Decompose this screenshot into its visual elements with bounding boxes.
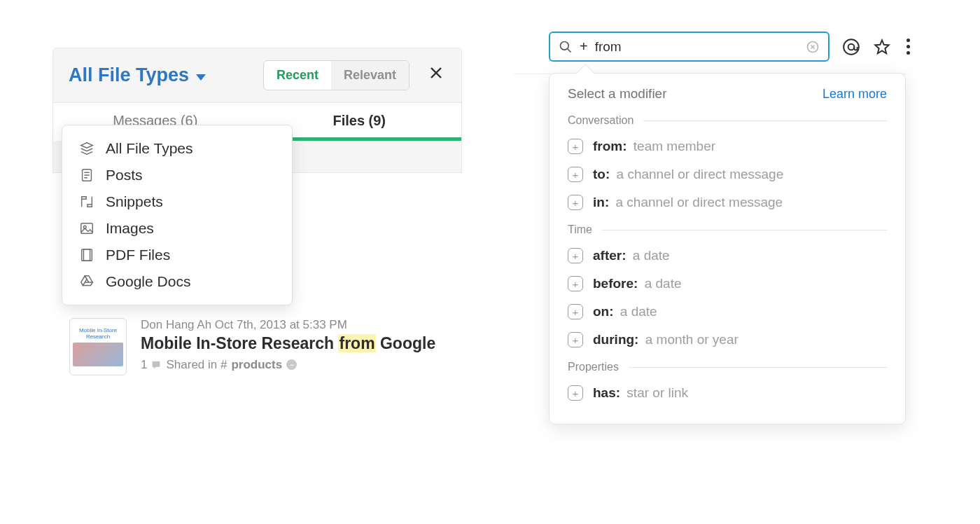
svg-point-5 bbox=[561, 41, 569, 50]
modifier-section: Conversation+from: team member+to: a cha… bbox=[568, 114, 887, 216]
plus-box-icon: + bbox=[568, 248, 583, 263]
comment-count: 1 bbox=[141, 358, 162, 372]
file-type-filter-dropdown[interactable]: All File Types bbox=[69, 64, 253, 86]
modifier-hint: a channel or direct message bbox=[616, 195, 783, 209]
star-icon[interactable] bbox=[873, 38, 891, 56]
close-button[interactable] bbox=[424, 64, 449, 86]
modifier-key: to: bbox=[593, 167, 610, 181]
file-type-option-gdocs[interactable]: Google Docs bbox=[62, 268, 292, 295]
file-shared-in: 1 Shared in #products − bbox=[141, 358, 456, 372]
plus-box-icon: + bbox=[568, 195, 583, 210]
search-box[interactable]: + bbox=[549, 32, 830, 62]
file-type-option-images[interactable]: Images bbox=[62, 215, 292, 242]
modifier-hint: a month or year bbox=[645, 332, 738, 347]
modifier-key: has: bbox=[593, 385, 620, 400]
search-modifier-prefix: + bbox=[580, 39, 588, 55]
modifier-hint: a channel or direct message bbox=[617, 167, 784, 181]
modifier-key: from: bbox=[593, 139, 627, 153]
plus-box-icon: + bbox=[568, 276, 583, 291]
modifier-section: Time+after: a date+before: a date+on: a … bbox=[568, 223, 887, 354]
file-type-option-pdf[interactable]: PDF Files bbox=[62, 242, 292, 268]
modifier-option[interactable]: +during: a month or year bbox=[568, 326, 887, 354]
remove-icon[interactable]: − bbox=[286, 359, 297, 370]
dropdown-caret-icon bbox=[196, 74, 206, 81]
svg-rect-3 bbox=[82, 249, 90, 261]
modifier-hint: team member bbox=[634, 139, 715, 153]
search-icon bbox=[559, 40, 573, 54]
section-label: Time bbox=[568, 223, 887, 236]
mentions-icon[interactable] bbox=[842, 38, 860, 56]
file-type-option-label: Snippets bbox=[106, 193, 163, 210]
file-type-option-label: Posts bbox=[106, 167, 143, 184]
search-modifier-popover: Select a modifier Learn more Conversatio… bbox=[549, 73, 906, 425]
modifier-hint: a date bbox=[620, 304, 657, 319]
file-byline: Don Hang Ah Oct 7th, 2013 at 5:33 PM bbox=[141, 318, 456, 332]
modifier-option[interactable]: +in: a channel or direct message bbox=[568, 188, 887, 216]
file-type-option-label: Images bbox=[106, 220, 154, 237]
file-type-option-label: PDF Files bbox=[106, 247, 170, 263]
file-type-option-posts[interactable]: Posts bbox=[62, 162, 292, 188]
close-icon bbox=[428, 64, 444, 81]
learn-more-link[interactable]: Learn more bbox=[822, 87, 887, 102]
file-type-option-label: Google Docs bbox=[106, 273, 190, 290]
file-type-option-all[interactable]: All File Types bbox=[62, 135, 292, 162]
search-header-row: + bbox=[549, 32, 913, 62]
svg-point-8 bbox=[848, 43, 855, 50]
modifier-option[interactable]: +before: a date bbox=[568, 270, 887, 298]
modifier-key: before: bbox=[593, 276, 638, 291]
plus-box-icon: + bbox=[568, 304, 583, 319]
popover-header: Select a modifier Learn more bbox=[568, 86, 887, 102]
sort-recent-button[interactable]: Recent bbox=[264, 61, 331, 90]
section-label: Properties bbox=[568, 361, 887, 373]
file-type-option-label: All File Types bbox=[106, 140, 193, 157]
search-input[interactable] bbox=[595, 39, 799, 55]
popover-title: Select a modifier bbox=[568, 86, 667, 102]
plus-box-icon: + bbox=[568, 332, 583, 347]
modifier-option[interactable]: +to: a channel or direct message bbox=[568, 160, 887, 188]
modifier-option[interactable]: +after: a date bbox=[568, 242, 887, 270]
more-menu-button[interactable] bbox=[904, 37, 913, 56]
sort-toggle: Recent Relevant bbox=[263, 60, 410, 90]
modifier-key: after: bbox=[593, 248, 626, 263]
modifier-key: during: bbox=[593, 332, 638, 347]
clear-icon[interactable] bbox=[806, 40, 820, 54]
file-meta: Don Hang Ah Oct 7th, 2013 at 5:33 PM Mob… bbox=[141, 318, 456, 375]
modifier-hint: star or link bbox=[626, 385, 688, 400]
plus-box-icon: + bbox=[568, 139, 583, 154]
modifier-option[interactable]: +on: a date bbox=[568, 298, 887, 326]
plus-box-icon: + bbox=[568, 167, 583, 182]
svg-point-7 bbox=[844, 39, 859, 55]
modifier-option[interactable]: +from: team member bbox=[568, 132, 887, 160]
search-area: + Select a modifier Learn more Conversat… bbox=[549, 32, 913, 425]
svg-rect-4 bbox=[83, 249, 92, 261]
sort-relevant-button[interactable]: Relevant bbox=[331, 61, 409, 90]
plus-box-icon: + bbox=[568, 385, 583, 401]
modifier-option[interactable]: +has: star or link bbox=[568, 379, 887, 407]
results-header: All File Types Recent Relevant bbox=[52, 48, 462, 103]
svg-rect-1 bbox=[81, 223, 93, 234]
file-result-1[interactable]: Mobile In-Store Research Don Hang Ah Oct… bbox=[52, 312, 462, 397]
modifier-hint: a date bbox=[645, 276, 682, 291]
file-thumbnail: Mobile In-Store Research bbox=[69, 318, 127, 375]
comment-icon bbox=[150, 359, 162, 371]
modifier-hint: a date bbox=[633, 248, 670, 263]
file-type-dropdown-menu: All File TypesPostsSnippetsImagesPDF Fil… bbox=[62, 125, 293, 305]
modifier-key: on: bbox=[593, 304, 614, 319]
modifier-key: in: bbox=[593, 195, 609, 209]
modifier-section: Properties+has: star or link bbox=[568, 361, 887, 407]
file-title: Mobile In-Store Research from Google bbox=[141, 333, 456, 354]
file-type-filter-label: All File Types bbox=[69, 64, 189, 86]
section-label: Conversation bbox=[568, 114, 887, 127]
search-results-panel: All File Types Recent Relevant Messages … bbox=[52, 48, 462, 397]
file-type-option-snippets[interactable]: Snippets bbox=[62, 188, 292, 215]
